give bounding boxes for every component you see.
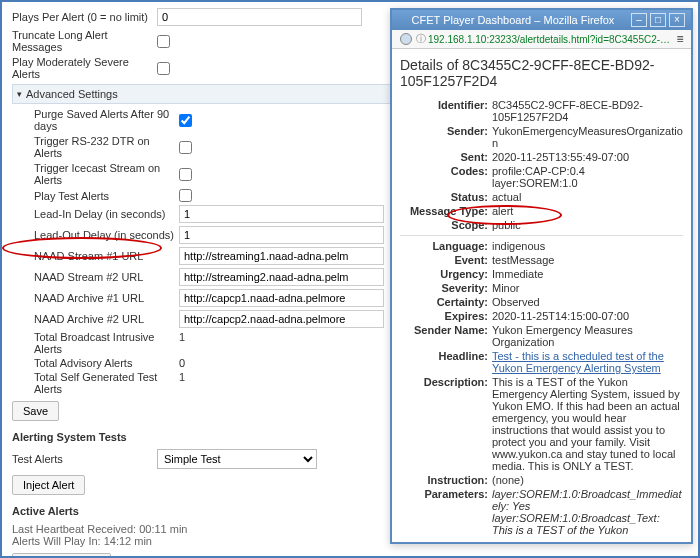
k-scope: Scope:: [400, 219, 492, 231]
k-description: Description:: [400, 376, 492, 472]
v-codes: profile:CAP-CP:0.4 layer:SOREM:1.0: [492, 165, 683, 189]
truncate-checkbox[interactable]: [157, 35, 170, 48]
play-moderate-label: Play Moderately Severe Alerts: [12, 56, 157, 80]
v-language: indigenous: [492, 240, 683, 252]
play-test-checkbox[interactable]: [179, 189, 192, 202]
test-alerts-label: Test Alerts: [12, 453, 157, 465]
close-icon[interactable]: ×: [669, 13, 685, 27]
k-severity: Severity:: [400, 282, 492, 294]
v-sendername: Yukon Emergency Measures Organization: [492, 324, 683, 348]
k-language: Language:: [400, 240, 492, 252]
v-certainty: Observed: [492, 296, 683, 308]
total-self-value: 1: [179, 371, 209, 395]
url-text[interactable]: 192.168.1.10:23233/alertdetails.html?id=…: [428, 34, 673, 45]
arch1-input[interactable]: [179, 289, 384, 307]
collapse-icon: ▾: [17, 89, 22, 99]
v-description: This is a TEST of the Yukon Emergency Al…: [492, 376, 683, 472]
arch2-label: NAAD Archive #2 URL: [34, 313, 179, 325]
naad1-label: NAAD Stream #1 URL: [34, 250, 179, 262]
v-sent: 2020-11-25T13:55:49-07:00: [492, 151, 683, 163]
lead-out-input[interactable]: [179, 226, 384, 244]
v-expires: 2020-11-25T14:15:00-07:00: [492, 310, 683, 322]
v-severity: Minor: [492, 282, 683, 294]
play-test-label: Play Test Alerts: [34, 190, 179, 202]
popup-title-text: CFET Player Dashboard – Mozilla Firefox: [398, 14, 628, 26]
k-status: Status:: [400, 191, 492, 203]
total-adv-label: Total Advisory Alerts: [34, 357, 179, 369]
popup-titlebar: CFET Player Dashboard – Mozilla Firefox …: [392, 10, 691, 30]
lead-in-label: Lead-In Delay (in seconds): [34, 208, 179, 220]
truncate-label: Truncate Long Alert Messages: [12, 29, 157, 53]
no-active-alerts-button[interactable]: No Active Alerts: [12, 553, 111, 558]
total-bi-label: Total Broadcast Intrusive Alerts: [34, 331, 179, 355]
plays-per-alert-input[interactable]: [157, 8, 362, 26]
inject-alert-button[interactable]: Inject Alert: [12, 475, 85, 495]
k-instruction: Instruction:: [400, 474, 492, 486]
v-msgtype: alert: [492, 205, 683, 217]
purge-label: Purge Saved Alerts After 90 days: [34, 108, 179, 132]
k-urgency: Urgency:: [400, 268, 492, 280]
arch1-label: NAAD Archive #1 URL: [34, 292, 179, 304]
k-identifier: Identifier:: [400, 99, 492, 123]
v-headline[interactable]: Test - this is a scheduled test of the Y…: [492, 350, 664, 374]
k-sent: Sent:: [400, 151, 492, 163]
v-scope: public: [492, 219, 683, 231]
total-bi-value: 1: [179, 331, 209, 355]
total-self-label: Total Self Generated Test Alerts: [34, 371, 179, 395]
k-parameters: Parameters:: [400, 488, 492, 537]
site-icon: [400, 33, 412, 45]
total-adv-value: 0: [179, 357, 209, 369]
v-instruction: (none): [492, 474, 683, 486]
test-alerts-select[interactable]: Simple Test: [157, 449, 317, 469]
v-urgency: Immediate: [492, 268, 683, 280]
k-headline: Headline:: [400, 350, 492, 374]
popup-body: Details of 8C3455C2-9CFF-8ECE-BD92-105F1…: [392, 49, 691, 537]
k-sender: Sender:: [400, 125, 492, 149]
naad1-input[interactable]: [179, 247, 384, 265]
minimize-icon[interactable]: –: [631, 13, 647, 27]
lead-in-input[interactable]: [179, 205, 384, 223]
k-sendername: Sender Name:: [400, 324, 492, 348]
v-event: testMessage: [492, 254, 683, 266]
rs232-checkbox[interactable]: [179, 141, 192, 154]
k-codes: Codes:: [400, 165, 492, 189]
alert-details-popup: CFET Player Dashboard – Mozilla Firefox …: [390, 8, 693, 544]
plays-per-alert-label: Plays Per Alert (0 = no limit): [12, 11, 157, 23]
v-identifier: 8C3455C2-9CFF-8ECE-BD92-105F1257F2D4: [492, 99, 683, 123]
maximize-icon[interactable]: □: [650, 13, 666, 27]
play-moderate-checkbox[interactable]: [157, 62, 170, 75]
v-parameters: layer:SOREM:1.0:Broadcast_Immediately: Y…: [492, 488, 683, 537]
k-event: Event:: [400, 254, 492, 266]
v-sender: YukonEmergencyMeasuresOrganization: [492, 125, 683, 149]
arch2-input[interactable]: [179, 310, 384, 328]
address-bar: ⓘ 192.168.1.10:23233/alertdetails.html?i…: [392, 30, 691, 49]
advanced-settings-label: Advanced Settings: [26, 88, 118, 100]
v-status: actual: [492, 191, 683, 203]
popup-heading: Details of 8C3455C2-9CFF-8ECE-BD92-105F1…: [400, 57, 683, 89]
rs232-label: Trigger RS-232 DTR on Alerts: [34, 135, 179, 159]
k-certainty: Certainty:: [400, 296, 492, 308]
lock-icon: ⓘ: [416, 32, 426, 46]
icecast-checkbox[interactable]: [179, 168, 192, 181]
icecast-label: Trigger Icecast Stream on Alerts: [34, 162, 179, 186]
naad2-label: NAAD Stream #2 URL: [34, 271, 179, 283]
naad2-input[interactable]: [179, 268, 384, 286]
purge-checkbox[interactable]: [179, 114, 192, 127]
k-msgtype: Message Type:: [400, 205, 492, 217]
save-button[interactable]: Save: [12, 401, 59, 421]
lead-out-label: Lead-Out Delay (in seconds): [34, 229, 179, 241]
menu-icon[interactable]: ≡: [673, 32, 687, 46]
k-expires: Expires:: [400, 310, 492, 322]
